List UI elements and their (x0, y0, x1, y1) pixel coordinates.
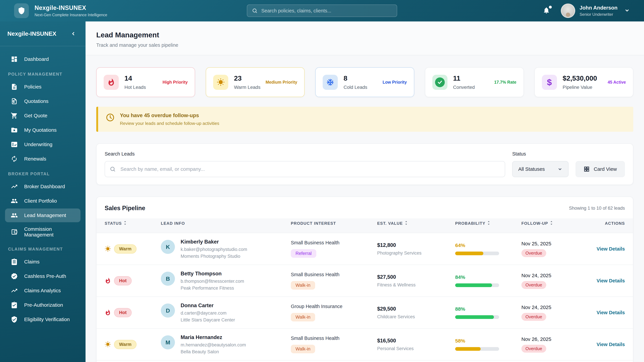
column-header-probability[interactable]: PROBABILITY (455, 221, 522, 226)
user-avatar[interactable] (561, 3, 575, 18)
sidebar-item-broker-dashboard[interactable]: Broker Dashboard (5, 180, 80, 193)
column-header-followup[interactable]: FOLLOW-UP ACTIONS (522, 221, 625, 226)
stat-card-hot-leads[interactable]: 14 Hot Leads High Priority (96, 67, 195, 97)
probability-bar (455, 315, 499, 319)
sidebar-item-commission-management[interactable]: Commission Management (5, 223, 80, 241)
clipboard-check-icon (11, 302, 18, 309)
table-header-row: STATUS LEAD INFO PRODUCT INTEREST EST. V… (96, 218, 633, 233)
status-badge: Warm (114, 340, 136, 349)
user-role: Senior Underwriter (580, 12, 618, 17)
quote-document-icon (11, 98, 18, 105)
stat-card-pipeline-value[interactable]: $ $2,530,000 Pipeline Value 45 Active (534, 67, 633, 97)
sidebar-item-label: Policies (24, 84, 42, 90)
column-header-status[interactable]: STATUS (105, 221, 161, 226)
global-search-input[interactable] (261, 8, 392, 13)
sun-icon (105, 246, 111, 252)
table-row[interactable]: Hot D Donna Carter d.carter@daycare.com … (96, 297, 633, 329)
avatar: B (161, 272, 175, 286)
sidebar-item-renewals[interactable]: Renewals (5, 152, 80, 166)
stat-note: Medium Priority (264, 80, 297, 85)
stat-card-cold-leads[interactable]: 8 Cold Leads Low Priority (315, 67, 414, 97)
view-details-link[interactable]: View Details (596, 246, 625, 252)
avatar: D (161, 304, 175, 318)
lead-company: Little Stars Daycare Center (180, 318, 235, 323)
global-search[interactable] (247, 4, 397, 17)
sidebar-item-claims[interactable]: Claims (5, 255, 80, 269)
folder-star-icon (11, 126, 18, 134)
product-interest: Small Business Health (291, 272, 377, 277)
source-badge: Walk-in (291, 313, 315, 322)
user-menu-toggle[interactable] (624, 7, 630, 14)
search-icon (110, 166, 116, 172)
sidebar-collapse-button[interactable] (69, 29, 78, 38)
lead-name: Donna Carter (180, 303, 235, 309)
stat-value: 11 (453, 74, 475, 82)
grid-view-icon (584, 166, 590, 172)
flame-icon (104, 75, 119, 90)
sidebar-item-policies[interactable]: Policies (5, 80, 80, 94)
table-row[interactable]: Warm M Maria Hernandez m.hernandez@beaut… (96, 329, 633, 361)
column-header-est-value[interactable]: EST. VALUE (377, 221, 455, 226)
sidebar-item-get-quote[interactable]: Get Quote (5, 109, 80, 122)
sidebar-section-claims: CLAIMS MANAGEMENT (8, 247, 78, 252)
sidebar-item-underwriting[interactable]: Underwriting (5, 138, 80, 151)
overdue-badge: Overdue (522, 313, 546, 321)
view-details-link[interactable]: View Details (596, 310, 625, 316)
sidebar-item-label: Client Portfolio (24, 198, 57, 204)
lead-search-input[interactable] (105, 161, 505, 177)
sidebar-item-my-quotations[interactable]: My Quotations (5, 123, 80, 137)
view-details-link[interactable]: View Details (596, 342, 625, 347)
sidebar-item-pre-authorization[interactable]: Pre-Authorization (5, 298, 80, 312)
sidebar-section-broker: BROKER PORTAL (8, 171, 78, 176)
top-header: Nexgile-INSUNEX Next-Gen Complete Insura… (0, 0, 644, 21)
sidebar-item-eligibility-verification[interactable]: Eligibility Verification (5, 313, 80, 326)
sidebar-item-label: Broker Dashboard (24, 184, 65, 189)
table-row[interactable]: Warm C Catherine Green c.green@interiord… (96, 361, 633, 362)
trend-icon (11, 287, 18, 294)
dollar-icon: $ (542, 75, 557, 90)
stat-card-converted[interactable]: 11 Converted 17.7% Rate (425, 67, 524, 97)
status-dropdown[interactable]: All Statuses (512, 161, 568, 177)
source-badge: Referral (291, 249, 316, 258)
followup-date: Nov 26, 2025 (522, 336, 551, 342)
lead-company: Bella Beauty Salon (180, 349, 246, 355)
page-subtitle: Track and manage your sales pipeline (96, 42, 633, 48)
table-row[interactable]: Hot B Betty Thompson b.thompson@fitnessc… (96, 265, 633, 297)
flame-icon (105, 278, 111, 284)
sort-icon (124, 221, 127, 226)
sidebar-item-claims-analytics[interactable]: Claims Analytics (5, 284, 80, 298)
person-photo (562, 11, 574, 18)
sidebar-item-quotations[interactable]: Quotations (5, 94, 80, 108)
shield-icon (18, 7, 25, 14)
page-title: Lead Management (96, 31, 633, 39)
search-icon (252, 8, 258, 13)
sort-icon (487, 221, 490, 226)
sort-icon (404, 221, 408, 226)
sidebar-item-lead-management[interactable]: Lead Management (5, 209, 80, 222)
stat-value: 23 (234, 74, 260, 82)
stat-note: High Priority (161, 80, 188, 85)
sidebar-item-cashless-preauth[interactable]: Cashless Pre-Auth (5, 269, 80, 283)
probability-value: 58% (455, 338, 522, 344)
sidebar-header: Nexgile-INSUNEX (0, 21, 86, 46)
column-header-actions: ACTIONS (605, 221, 625, 226)
est-value: $12,800 (377, 242, 455, 248)
sidebar-item-label: Claims (24, 259, 40, 265)
segment: Fitness & Wellness (377, 282, 455, 288)
followup-date: Nov 25, 2025 (522, 241, 551, 247)
user-info: John Anderson Senior Underwriter (580, 5, 618, 17)
view-details-link[interactable]: View Details (596, 278, 625, 284)
sun-icon (213, 75, 228, 90)
table-row[interactable]: Warm K Kimberly Baker k.baker@photograph… (96, 233, 633, 265)
stat-card-warm-leads[interactable]: 23 Warm Leads Medium Priority (206, 67, 304, 97)
main-content: Lead Management Track and manage your sa… (86, 21, 644, 362)
sidebar-item-label: Renewals (24, 156, 46, 162)
notifications-button[interactable] (543, 7, 550, 15)
card-view-button[interactable]: Card View (576, 161, 625, 177)
chevron-left-icon (71, 31, 76, 36)
cart-icon (11, 112, 18, 119)
est-value: $16,500 (377, 338, 455, 344)
source-badge: Walk-in (291, 345, 315, 353)
sidebar-item-dashboard[interactable]: Dashboard (5, 52, 80, 66)
sidebar-item-client-portfolio[interactable]: Client Portfolio (5, 194, 80, 208)
